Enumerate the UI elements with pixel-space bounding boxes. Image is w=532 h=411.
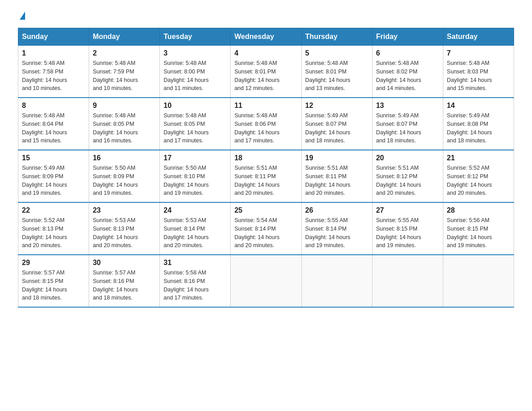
day-sun-info: Sunrise: 5:49 AMSunset: 8:08 PMDaylight:… — [447, 111, 510, 145]
day-sun-info: Sunrise: 5:48 AMSunset: 8:02 PMDaylight:… — [376, 59, 439, 93]
logo-triangle-icon — [20, 12, 25, 20]
calendar-week-row: 29Sunrise: 5:57 AMSunset: 8:15 PMDayligh… — [18, 255, 514, 307]
day-sun-info: Sunrise: 5:48 AMSunset: 8:00 PMDaylight:… — [163, 59, 227, 93]
calendar-day-cell: 15Sunrise: 5:49 AMSunset: 8:09 PMDayligh… — [18, 150, 89, 202]
day-sun-info: Sunrise: 5:48 AMSunset: 8:05 PMDaylight:… — [163, 111, 227, 145]
day-sun-info: Sunrise: 5:58 AMSunset: 8:16 PMDaylight:… — [163, 269, 227, 302]
day-number: 1 — [22, 49, 85, 57]
day-sun-info: Sunrise: 5:49 AMSunset: 8:07 PMDaylight:… — [305, 111, 369, 145]
day-sun-info: Sunrise: 5:50 AMSunset: 8:09 PMDaylight:… — [93, 164, 156, 197]
day-number: 26 — [305, 206, 369, 214]
day-number: 12 — [305, 102, 369, 110]
day-number: 27 — [376, 206, 439, 214]
calendar-day-cell — [372, 255, 443, 307]
calendar-day-cell: 18Sunrise: 5:51 AMSunset: 8:11 PMDayligh… — [231, 150, 301, 202]
day-number: 17 — [163, 154, 227, 162]
day-number: 19 — [305, 154, 369, 162]
calendar-day-cell: 26Sunrise: 5:55 AMSunset: 8:14 PMDayligh… — [301, 202, 372, 255]
logo — [18, 13, 25, 20]
weekday-header-wednesday: Wednesday — [231, 28, 301, 46]
day-sun-info: Sunrise: 5:48 AMSunset: 7:59 PMDaylight:… — [93, 59, 156, 93]
day-number: 28 — [447, 206, 510, 214]
calendar-week-row: 8Sunrise: 5:48 AMSunset: 8:04 PMDaylight… — [18, 98, 514, 150]
calendar-day-cell: 3Sunrise: 5:48 AMSunset: 8:00 PMDaylight… — [160, 46, 231, 98]
day-sun-info: Sunrise: 5:52 AMSunset: 8:13 PMDaylight:… — [22, 216, 85, 250]
day-number: 16 — [93, 154, 156, 162]
calendar-day-cell: 19Sunrise: 5:51 AMSunset: 8:11 PMDayligh… — [301, 150, 372, 202]
calendar-day-cell: 23Sunrise: 5:53 AMSunset: 8:13 PMDayligh… — [89, 202, 160, 255]
calendar-day-cell: 20Sunrise: 5:51 AMSunset: 8:12 PMDayligh… — [372, 150, 443, 202]
day-number: 30 — [93, 259, 156, 267]
calendar-day-cell: 9Sunrise: 5:48 AMSunset: 8:05 PMDaylight… — [89, 98, 160, 150]
day-sun-info: Sunrise: 5:48 AMSunset: 8:03 PMDaylight:… — [447, 59, 510, 93]
calendar-day-cell: 1Sunrise: 5:48 AMSunset: 7:58 PMDaylight… — [18, 46, 89, 98]
calendar-day-cell: 31Sunrise: 5:58 AMSunset: 8:16 PMDayligh… — [160, 255, 231, 307]
day-number: 7 — [447, 49, 510, 57]
day-sun-info: Sunrise: 5:50 AMSunset: 8:10 PMDaylight:… — [163, 164, 227, 197]
day-number: 8 — [22, 102, 85, 110]
day-number: 6 — [376, 49, 439, 57]
day-sun-info: Sunrise: 5:48 AMSunset: 7:58 PMDaylight:… — [22, 59, 85, 93]
weekday-header-friday: Friday — [372, 28, 443, 46]
page-header — [18, 13, 514, 20]
calendar-day-cell — [301, 255, 372, 307]
day-number: 15 — [22, 154, 85, 162]
weekday-header-thursday: Thursday — [301, 28, 372, 46]
day-number: 24 — [163, 206, 227, 214]
calendar-day-cell: 30Sunrise: 5:57 AMSunset: 8:16 PMDayligh… — [89, 255, 160, 307]
day-sun-info: Sunrise: 5:55 AMSunset: 8:14 PMDaylight:… — [305, 216, 369, 250]
day-sun-info: Sunrise: 5:51 AMSunset: 8:11 PMDaylight:… — [234, 164, 297, 197]
weekday-header-row: SundayMondayTuesdayWednesdayThursdayFrid… — [18, 28, 514, 46]
day-number: 20 — [376, 154, 439, 162]
calendar-day-cell: 29Sunrise: 5:57 AMSunset: 8:15 PMDayligh… — [18, 255, 89, 307]
day-sun-info: Sunrise: 5:51 AMSunset: 8:12 PMDaylight:… — [376, 164, 439, 197]
calendar-week-row: 22Sunrise: 5:52 AMSunset: 8:13 PMDayligh… — [18, 202, 514, 255]
calendar-day-cell: 5Sunrise: 5:48 AMSunset: 8:01 PMDaylight… — [301, 46, 372, 98]
day-sun-info: Sunrise: 5:55 AMSunset: 8:15 PMDaylight:… — [376, 216, 439, 250]
day-number: 14 — [447, 102, 510, 110]
calendar-day-cell: 6Sunrise: 5:48 AMSunset: 8:02 PMDaylight… — [372, 46, 443, 98]
day-number: 3 — [163, 49, 227, 57]
day-sun-info: Sunrise: 5:48 AMSunset: 8:01 PMDaylight:… — [305, 59, 369, 93]
day-number: 11 — [234, 102, 297, 110]
calendar-day-cell — [443, 255, 514, 307]
calendar-day-cell: 12Sunrise: 5:49 AMSunset: 8:07 PMDayligh… — [301, 98, 372, 150]
day-number: 10 — [163, 102, 227, 110]
day-sun-info: Sunrise: 5:53 AMSunset: 8:13 PMDaylight:… — [93, 216, 156, 250]
weekday-header-saturday: Saturday — [443, 28, 514, 46]
day-sun-info: Sunrise: 5:48 AMSunset: 8:05 PMDaylight:… — [93, 111, 156, 145]
calendar-day-cell — [231, 255, 301, 307]
day-number: 2 — [93, 49, 156, 57]
calendar-day-cell: 28Sunrise: 5:56 AMSunset: 8:15 PMDayligh… — [443, 202, 514, 255]
day-sun-info: Sunrise: 5:53 AMSunset: 8:14 PMDaylight:… — [163, 216, 227, 250]
calendar-day-cell: 27Sunrise: 5:55 AMSunset: 8:15 PMDayligh… — [372, 202, 443, 255]
day-sun-info: Sunrise: 5:51 AMSunset: 8:11 PMDaylight:… — [305, 164, 369, 197]
day-sun-info: Sunrise: 5:56 AMSunset: 8:15 PMDaylight:… — [447, 216, 510, 250]
logo-blue-text — [18, 13, 25, 20]
calendar-day-cell: 14Sunrise: 5:49 AMSunset: 8:08 PMDayligh… — [443, 98, 514, 150]
weekday-header-sunday: Sunday — [18, 28, 89, 46]
day-sun-info: Sunrise: 5:57 AMSunset: 8:16 PMDaylight:… — [93, 269, 156, 302]
day-number: 4 — [234, 49, 297, 57]
day-number: 25 — [234, 206, 297, 214]
calendar-day-cell: 13Sunrise: 5:49 AMSunset: 8:07 PMDayligh… — [372, 98, 443, 150]
calendar-day-cell: 4Sunrise: 5:48 AMSunset: 8:01 PMDaylight… — [231, 46, 301, 98]
calendar-day-cell: 17Sunrise: 5:50 AMSunset: 8:10 PMDayligh… — [160, 150, 231, 202]
calendar-day-cell: 21Sunrise: 5:52 AMSunset: 8:12 PMDayligh… — [443, 150, 514, 202]
calendar-day-cell: 22Sunrise: 5:52 AMSunset: 8:13 PMDayligh… — [18, 202, 89, 255]
day-number: 21 — [447, 154, 510, 162]
calendar-week-row: 1Sunrise: 5:48 AMSunset: 7:58 PMDaylight… — [18, 46, 514, 98]
day-number: 29 — [22, 259, 85, 267]
day-sun-info: Sunrise: 5:48 AMSunset: 8:01 PMDaylight:… — [234, 59, 297, 93]
day-number: 13 — [376, 102, 439, 110]
calendar-day-cell: 7Sunrise: 5:48 AMSunset: 8:03 PMDaylight… — [443, 46, 514, 98]
day-sun-info: Sunrise: 5:49 AMSunset: 8:07 PMDaylight:… — [376, 111, 439, 145]
day-sun-info: Sunrise: 5:49 AMSunset: 8:09 PMDaylight:… — [22, 164, 85, 197]
calendar-table: SundayMondayTuesdayWednesdayThursdayFrid… — [18, 28, 514, 308]
day-number: 23 — [93, 206, 156, 214]
day-number: 18 — [234, 154, 297, 162]
day-sun-info: Sunrise: 5:57 AMSunset: 8:15 PMDaylight:… — [22, 269, 85, 302]
day-sun-info: Sunrise: 5:54 AMSunset: 8:14 PMDaylight:… — [234, 216, 297, 250]
calendar-day-cell: 10Sunrise: 5:48 AMSunset: 8:05 PMDayligh… — [160, 98, 231, 150]
calendar-day-cell: 24Sunrise: 5:53 AMSunset: 8:14 PMDayligh… — [160, 202, 231, 255]
